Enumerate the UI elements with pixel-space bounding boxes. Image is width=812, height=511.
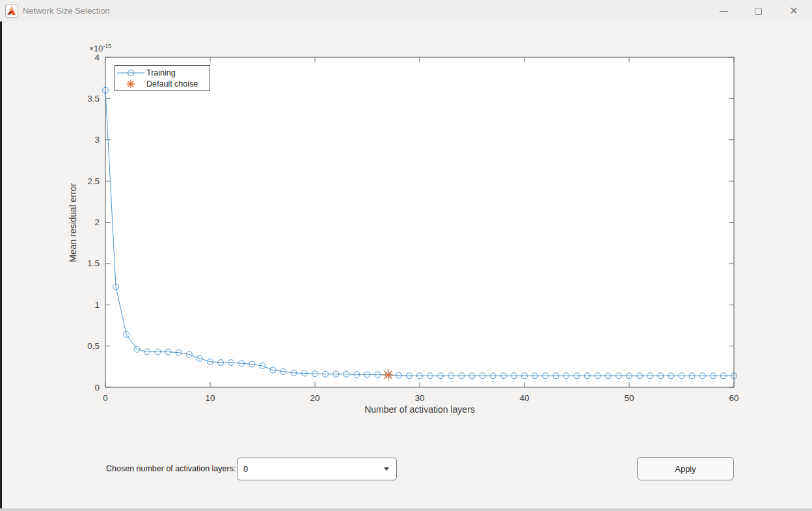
apply-button-label: Apply	[675, 464, 696, 474]
maximize-icon	[755, 8, 762, 15]
x-tick-label: 60	[729, 393, 738, 403]
legend-label-training: Training	[146, 68, 176, 77]
x-tick-label: 20	[310, 393, 319, 403]
window-edge-bottom	[0, 508, 812, 511]
legend-entry-default-choise: Default choise	[115, 78, 210, 89]
plot-background	[105, 57, 734, 387]
y-tick-label: 0	[94, 383, 100, 393]
asterisk-marker-icon	[115, 79, 146, 89]
close-icon: ✕	[789, 6, 798, 16]
x-tick-label: 50	[624, 393, 634, 403]
x-axis-title: Number of activation layers	[105, 404, 734, 415]
y-tick-label: 0.5	[87, 341, 100, 351]
legend-default-asterisk-center	[129, 83, 131, 85]
y-tick-label: 3	[94, 135, 100, 145]
chosen-layers-dropdown[interactable]: 0	[237, 458, 397, 480]
training-line-marker-icon	[115, 68, 146, 78]
matlab-app-icon	[5, 5, 18, 18]
x-tick-label: 0	[103, 393, 108, 403]
window-title: Network Size Selection	[23, 6, 110, 16]
chart-legend: Training Default choise	[115, 65, 210, 91]
legend-entry-training: Training	[115, 67, 210, 78]
close-button[interactable]: ✕	[783, 1, 805, 21]
y-tick-label: 4	[94, 53, 100, 62]
minimize-icon	[720, 11, 728, 12]
y-tick-label: 3.5	[87, 94, 100, 104]
y-tick-label: 1.5	[87, 258, 100, 268]
title-bar[interactable]: Network Size Selection	[0, 0, 812, 21]
y-tick-label: 2	[94, 217, 100, 227]
legend-label-default-choise: Default choise	[146, 79, 198, 89]
minimize-button[interactable]	[712, 1, 735, 21]
x-tick-label: 10	[205, 393, 215, 403]
x-tick-label: 30	[414, 393, 424, 403]
chosen-layers-label: Chosen number of activation layers:	[106, 464, 236, 473]
y-tick-label: 1	[94, 300, 100, 310]
y-axis-exponent: ×10-15	[89, 43, 111, 53]
chevron-down-icon	[384, 467, 389, 471]
default-choice-asterisk-center	[387, 374, 389, 376]
dropdown-selected-value: 0	[243, 464, 384, 474]
apply-button[interactable]: Apply	[637, 457, 734, 480]
x-tick-label: 40	[519, 393, 529, 403]
y-axis-title: Mean residual error	[68, 183, 78, 262]
y-tick-label: 2.5	[87, 176, 100, 186]
maximize-button[interactable]	[747, 1, 769, 21]
